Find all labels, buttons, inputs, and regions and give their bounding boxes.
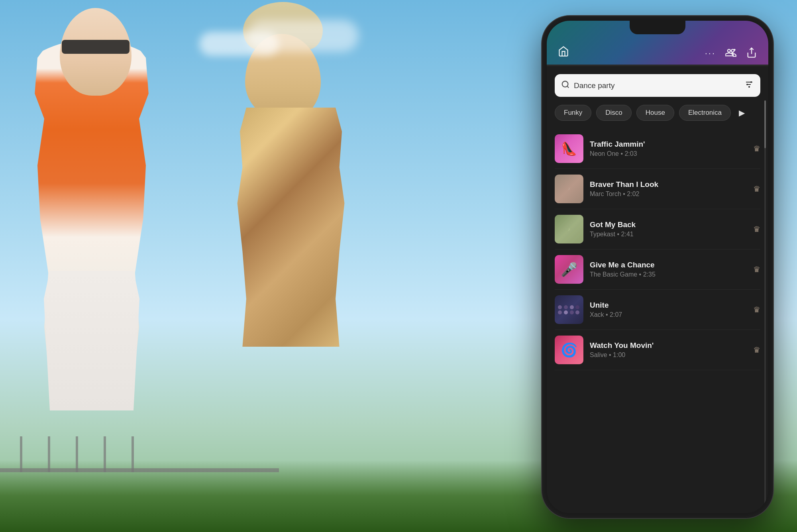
track-title-6: Watch You Movin' [590,341,747,350]
search-bar[interactable]: Dance party [555,74,760,97]
track-artwork-1: 👠 [555,134,583,163]
scrollbar-thumb[interactable] [764,100,766,148]
track-artwork-5 [555,295,583,324]
genre-chip-disco[interactable]: Disco [596,105,632,121]
track-crown-1[interactable]: ♛ [753,144,760,153]
phone-content: Dance party Funky [547,66,768,513]
track-meta-5: Xack • 2:07 [590,311,747,318]
scrollbar-track[interactable] [764,100,766,505]
phone-outer-frame: ··· [542,16,773,518]
track-title-4: Give Me a Chance [590,261,747,269]
track-meta-3: Typekast • 2:41 [590,231,747,238]
track-meta-6: Salive • 1:00 [590,351,747,359]
filter-icon[interactable] [744,80,754,91]
svg-point-3 [562,81,568,87]
track-artwork-6: 🌀 [555,336,583,364]
track-artwork-4: 🎤 [555,255,583,284]
track-item[interactable]: ♪ Braver Than I Look Marc Torch • 2:02 ♛ [555,169,760,209]
svg-point-9 [746,84,748,85]
track-crown-2[interactable]: ♛ [753,184,760,194]
svg-point-8 [750,81,752,83]
genre-chip-electronica[interactable]: Electronica [679,105,731,121]
phone-notch [630,21,685,34]
track-artwork-2: ♪ [555,175,583,203]
track-title-2: Braver Than I Look [590,180,747,189]
genre-chip-house[interactable]: House [636,105,674,121]
track-info-5: Unite Xack • 2:07 [590,301,747,318]
genre-chip-funky[interactable]: Funky [555,105,591,121]
phone-device: ··· [542,16,773,518]
track-info-3: Got My Back Typekast • 2:41 [590,220,747,238]
fence [0,468,279,472]
track-crown-3[interactable]: ♛ [753,224,760,234]
genre-more-icon[interactable]: ▶ [736,106,748,119]
track-crown-5[interactable]: ♛ [753,305,760,314]
track-crown-4[interactable]: ♛ [753,265,760,274]
track-artwork-3: ♪ [555,215,583,243]
track-meta-2: Marc Torch • 2:02 [590,190,747,198]
add-user-icon[interactable] [725,47,736,60]
track-title-3: Got My Back [590,220,747,229]
search-icon [561,80,570,91]
track-item[interactable]: 👠 Traffic Jammin' Neon One • 2:03 ♛ [555,129,760,169]
svg-point-10 [748,86,750,88]
track-crown-6[interactable]: ♛ [753,345,760,355]
track-info-2: Braver Than I Look Marc Torch • 2:02 [590,180,747,198]
track-meta-4: The Basic Game • 2:35 [590,271,747,278]
header-actions: ··· [705,47,757,60]
track-item[interactable]: Unite Xack • 2:07 ♛ [555,290,760,330]
track-item[interactable]: ♪ Got My Back Typekast • 2:41 ♛ [555,209,760,249]
track-item[interactable]: 🌀 Watch You Movin' Salive • 1:00 ♛ [555,330,760,370]
track-list: 👠 Traffic Jammin' Neon One • 2:03 ♛ [555,129,760,370]
track-meta-1: Neon One • 2:03 [590,150,747,157]
track-title-5: Unite [590,301,747,310]
more-options-icon[interactable]: ··· [705,48,716,59]
track-info-4: Give Me a Chance The Basic Game • 2:35 [590,261,747,278]
track-info-1: Traffic Jammin' Neon One • 2:03 [590,140,747,157]
search-input[interactable]: Dance party [574,81,740,90]
person-right-area [139,0,410,532]
genre-chips: Funky Disco House Electronica ▶ [555,105,760,121]
home-icon[interactable] [558,46,569,60]
svg-line-4 [567,86,569,88]
phone-screen: ··· [547,21,768,513]
share-icon[interactable] [746,47,757,60]
track-item[interactable]: 🎤 Give Me a Chance The Basic Game • 2:35… [555,249,760,290]
track-info-6: Watch You Movin' Salive • 1:00 [590,341,747,359]
track-title-1: Traffic Jammin' [590,140,747,149]
